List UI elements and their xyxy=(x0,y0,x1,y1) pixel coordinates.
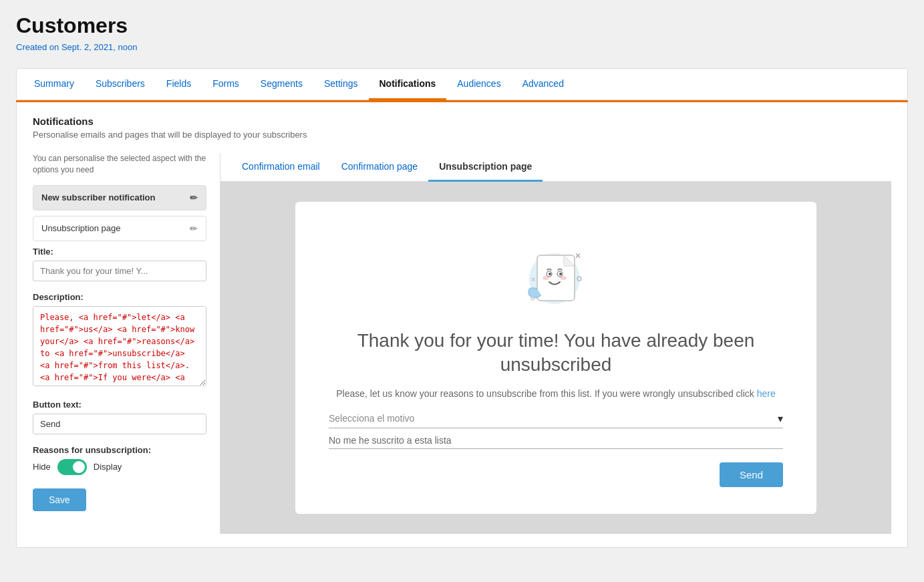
send-row: Send xyxy=(329,462,783,487)
tab-subscribers[interactable]: Subscribers xyxy=(85,69,156,100)
reasons-row: Hide Display xyxy=(33,459,206,475)
section-title: Notifications xyxy=(33,116,891,127)
description-textarea[interactable]: Please, <a href="#">let</a> <a href="#">… xyxy=(33,306,206,386)
left-hint: You can personalise the selected aspect … xyxy=(33,153,206,176)
sub-tab-confirmation-page[interactable]: Confirmation page xyxy=(331,153,428,182)
option-text: No me he suscrito a esta lista xyxy=(329,435,783,446)
option-unsubscription[interactable]: Unsubscription page ✏ xyxy=(33,216,206,241)
sub-tabs: Confirmation email Confirmation page Uns… xyxy=(220,153,891,182)
reasons-label: Reasons for unsubscription: xyxy=(33,445,206,455)
title-group: Title: xyxy=(33,247,206,281)
dropdown-placeholder: Selecciona el motivo xyxy=(329,413,778,424)
section-subtitle: Personalise emails and pages that will b… xyxy=(33,130,891,140)
tab-notifications[interactable]: Notifications xyxy=(369,69,447,100)
reasons-section: Reasons for unsubscription: Hide Display xyxy=(33,445,206,475)
svg-point-13 xyxy=(531,297,534,300)
select-reason-dropdown[interactable]: Selecciona el motivo ▾ xyxy=(329,412,783,428)
edit-icon-2: ✏ xyxy=(190,223,198,234)
preview-description: Please, let us know your reasons to unsu… xyxy=(329,388,783,399)
send-button[interactable]: Send xyxy=(720,462,783,487)
svg-point-7 xyxy=(559,273,562,275)
display-label: Display xyxy=(94,462,122,472)
option-new-subscriber-label: New subscriber notification xyxy=(41,192,155,202)
tab-segments[interactable]: Segments xyxy=(250,69,313,100)
svg-text:✕: ✕ xyxy=(530,276,536,283)
tab-forms[interactable]: Forms xyxy=(202,69,250,100)
right-panel: Confirmation email Confirmation page Uns… xyxy=(220,153,891,534)
edit-icon: ✏ xyxy=(190,192,198,203)
title-label: Title: xyxy=(33,247,206,257)
svg-text:✕: ✕ xyxy=(575,251,581,261)
mascot-illustration: ✕ ✕ xyxy=(329,229,783,315)
left-panel: You can personalise the selected aspect … xyxy=(33,153,220,534)
preview-title: Thank you for your time! You have alread… xyxy=(329,329,783,378)
button-text-label: Button text: xyxy=(33,400,206,410)
main-layout: You can personalise the selected aspect … xyxy=(33,153,891,534)
button-text-input[interactable] xyxy=(33,414,206,434)
hide-label: Hide xyxy=(33,462,51,472)
preview-card: ✕ ✕ Thank you for your time! You have al… xyxy=(295,202,816,514)
main-tabs: Summary Subscribers Fields Forms Segment… xyxy=(16,68,908,100)
save-button[interactable]: Save xyxy=(33,488,86,511)
content-area: Notifications Personalise emails and pag… xyxy=(16,102,908,548)
option-unsubscription-label: Unsubscription page xyxy=(41,223,121,233)
preview-here-link[interactable]: here xyxy=(757,388,776,399)
option-new-subscriber[interactable]: New subscriber notification ✏ xyxy=(33,185,206,210)
tab-settings[interactable]: Settings xyxy=(313,69,369,100)
option-row: No me he suscrito a esta lista xyxy=(329,435,783,449)
sub-tab-unsubscription-page[interactable]: Unsubscription page xyxy=(428,153,543,182)
button-text-group: Button text: xyxy=(33,400,206,434)
tab-advanced[interactable]: Advanced xyxy=(512,69,575,100)
svg-point-8 xyxy=(543,276,549,280)
reasons-toggle[interactable] xyxy=(57,459,87,475)
description-label: Description: xyxy=(33,292,206,302)
dropdown-chevron-icon: ▾ xyxy=(778,412,783,425)
svg-point-9 xyxy=(560,276,567,280)
tab-summary[interactable]: Summary xyxy=(23,69,85,100)
description-group: Description: Please, <a href="#">let</a>… xyxy=(33,292,206,389)
sub-tab-confirmation-email[interactable]: Confirmation email xyxy=(231,153,331,182)
tab-fields[interactable]: Fields xyxy=(156,69,202,100)
svg-point-6 xyxy=(549,273,551,275)
preview-area: ✕ ✕ Thank you for your time! You have al… xyxy=(220,182,891,534)
tab-audiences[interactable]: Audiences xyxy=(446,69,511,100)
page-title: Customers Created on Sept. 2, 2021, noon xyxy=(16,13,908,52)
title-input[interactable] xyxy=(33,261,206,281)
